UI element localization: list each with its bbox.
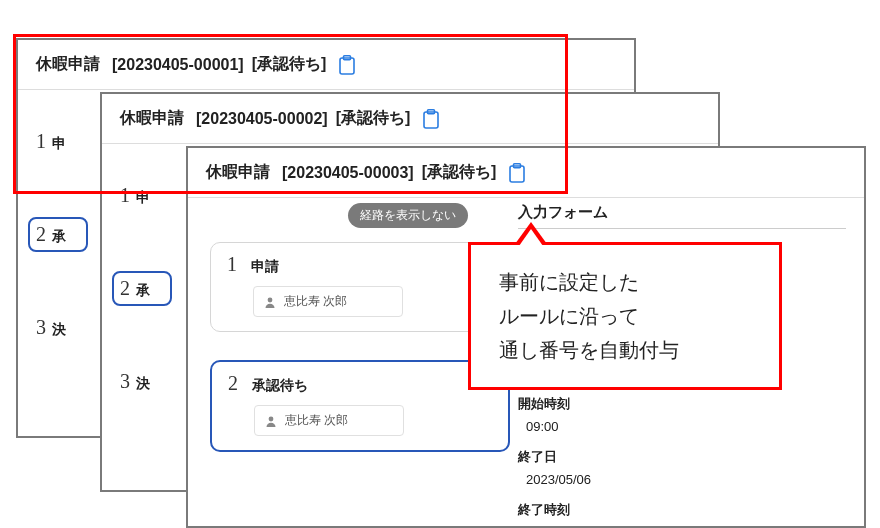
workflow-step-pending[interactable]: 2 承認待ち 恵比寿 次郎 xyxy=(210,360,510,452)
step-label: 承 xyxy=(136,282,150,300)
workflow-route: 1 申請 恵比寿 次郎 2 承認待ち 恵比寿 次郎 xyxy=(210,242,510,452)
step-label: 決 xyxy=(52,321,66,339)
step-num: 1 xyxy=(120,184,130,207)
request-type: 休暇申請 xyxy=(206,162,270,183)
step-num: 2 xyxy=(36,223,46,246)
clipboard-icon[interactable] xyxy=(508,163,526,183)
end-time-label: 終了時刻 xyxy=(518,501,846,519)
request-type: 休暇申請 xyxy=(120,108,184,129)
workflow-step-apply[interactable]: 1 申請 恵比寿 次郎 xyxy=(210,242,510,332)
callout-line: 通し番号を自動付与 xyxy=(499,333,751,367)
step-name: 申請 xyxy=(251,258,279,276)
callout-line: ルールに沿って xyxy=(499,299,751,333)
request-status: [承認待ち] xyxy=(336,108,411,129)
step-num: 3 xyxy=(120,370,130,393)
clipboard-icon[interactable] xyxy=(338,55,356,75)
hide-route-toggle[interactable]: 経路を表示しない xyxy=(348,203,468,228)
start-time-label: 開始時刻 xyxy=(518,395,846,413)
request-number: [20230405-00003] xyxy=(282,164,414,182)
step-user: 恵比寿 次郎 xyxy=(253,286,403,317)
steps-column: 1申 2承 3決 xyxy=(120,184,172,457)
step-user: 恵比寿 次郎 xyxy=(254,405,404,436)
panel-header: 休暇申請 [20230405-00001] [承認待ち] xyxy=(18,40,634,90)
step-num: 1 xyxy=(36,130,46,153)
step-label: 決 xyxy=(136,375,150,393)
annotation-callout: 事前に設定した ルールに沿って 通し番号を自動付与 xyxy=(468,242,782,390)
step-num: 2 xyxy=(228,372,238,395)
svg-point-7 xyxy=(269,416,274,421)
user-icon xyxy=(264,296,276,308)
callout-tail-inner xyxy=(519,229,543,246)
end-date-value: 2023/05/06 xyxy=(518,472,846,487)
user-name: 恵比寿 次郎 xyxy=(285,412,348,429)
request-number: [20230405-00002] xyxy=(196,110,328,128)
steps-column: 1申 2承 3決 xyxy=(36,130,88,403)
request-number: [20230405-00001] xyxy=(112,56,244,74)
svg-point-6 xyxy=(268,297,273,302)
step-name: 承認待ち xyxy=(252,377,308,395)
panel-header: 休暇申請 [20230405-00003] [承認待ち] xyxy=(188,148,864,198)
step-label: 承 xyxy=(52,228,66,246)
user-name: 恵比寿 次郎 xyxy=(284,293,347,310)
end-date-label: 終了日 xyxy=(518,448,846,466)
step-label: 申 xyxy=(136,189,150,207)
request-type: 休暇申請 xyxy=(36,54,100,75)
step-label: 申 xyxy=(52,135,66,153)
request-status: [承認待ち] xyxy=(422,162,497,183)
callout-line: 事前に設定した xyxy=(499,265,751,299)
request-status: [承認待ち] xyxy=(252,54,327,75)
step-num: 3 xyxy=(36,316,46,339)
start-time-value: 09:00 xyxy=(518,419,846,434)
clipboard-icon[interactable] xyxy=(422,109,440,129)
user-icon xyxy=(265,415,277,427)
step-num: 2 xyxy=(120,277,130,300)
form-heading: 入力フォーム xyxy=(518,203,846,229)
panel-header: 休暇申請 [20230405-00002] [承認待ち] xyxy=(102,94,718,144)
step-num: 1 xyxy=(227,253,237,276)
